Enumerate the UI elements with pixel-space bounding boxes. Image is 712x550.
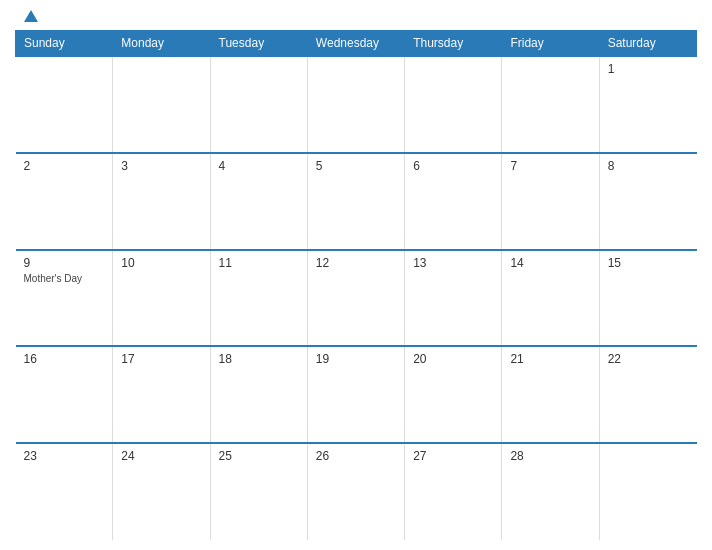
weekday-header-cell: Wednesday xyxy=(307,31,404,57)
calendar-day-cell: 8 xyxy=(599,153,696,250)
calendar-day-cell: 14 xyxy=(502,250,599,347)
day-number: 17 xyxy=(121,352,201,366)
calendar-day-cell xyxy=(405,56,502,153)
day-number: 7 xyxy=(510,159,590,173)
day-number: 20 xyxy=(413,352,493,366)
calendar-day-cell: 10 xyxy=(113,250,210,347)
calendar-day-cell: 16 xyxy=(16,346,113,443)
calendar-day-cell: 20 xyxy=(405,346,502,443)
calendar-day-cell: 26 xyxy=(307,443,404,540)
day-number: 4 xyxy=(219,159,299,173)
day-number: 24 xyxy=(121,449,201,463)
weekday-header-row: SundayMondayTuesdayWednesdayThursdayFrid… xyxy=(16,31,697,57)
weekday-header-cell: Sunday xyxy=(16,31,113,57)
calendar-wrapper: SundayMondayTuesdayWednesdayThursdayFrid… xyxy=(0,0,712,550)
calendar-header xyxy=(15,10,697,22)
calendar-week-row: 232425262728 xyxy=(16,443,697,540)
calendar-table: SundayMondayTuesdayWednesdayThursdayFrid… xyxy=(15,30,697,540)
calendar-day-cell: 15 xyxy=(599,250,696,347)
logo xyxy=(20,10,38,22)
calendar-day-cell: 19 xyxy=(307,346,404,443)
calendar-day-cell xyxy=(599,443,696,540)
calendar-day-cell xyxy=(16,56,113,153)
weekday-header-cell: Monday xyxy=(113,31,210,57)
calendar-day-cell: 25 xyxy=(210,443,307,540)
calendar-day-cell: 21 xyxy=(502,346,599,443)
day-number: 1 xyxy=(608,62,689,76)
day-number: 5 xyxy=(316,159,396,173)
calendar-day-cell xyxy=(210,56,307,153)
calendar-day-cell: 18 xyxy=(210,346,307,443)
day-number: 21 xyxy=(510,352,590,366)
day-number: 19 xyxy=(316,352,396,366)
calendar-day-cell xyxy=(307,56,404,153)
day-number: 13 xyxy=(413,256,493,270)
weekday-header-cell: Thursday xyxy=(405,31,502,57)
day-number: 2 xyxy=(24,159,105,173)
event-label: Mother's Day xyxy=(24,273,105,284)
day-number: 3 xyxy=(121,159,201,173)
calendar-day-cell: 9Mother's Day xyxy=(16,250,113,347)
day-number: 9 xyxy=(24,256,105,270)
calendar-week-row: 9Mother's Day101112131415 xyxy=(16,250,697,347)
calendar-day-cell: 27 xyxy=(405,443,502,540)
calendar-week-row: 2345678 xyxy=(16,153,697,250)
calendar-week-row: 16171819202122 xyxy=(16,346,697,443)
calendar-day-cell: 17 xyxy=(113,346,210,443)
day-number: 14 xyxy=(510,256,590,270)
calendar-day-cell: 3 xyxy=(113,153,210,250)
day-number: 27 xyxy=(413,449,493,463)
calendar-day-cell: 6 xyxy=(405,153,502,250)
day-number: 15 xyxy=(608,256,689,270)
calendar-day-cell: 22 xyxy=(599,346,696,443)
day-number: 26 xyxy=(316,449,396,463)
logo-blue-text xyxy=(20,10,38,22)
day-number: 28 xyxy=(510,449,590,463)
calendar-day-cell: 11 xyxy=(210,250,307,347)
day-number: 25 xyxy=(219,449,299,463)
calendar-day-cell: 12 xyxy=(307,250,404,347)
day-number: 8 xyxy=(608,159,689,173)
logo-triangle-icon xyxy=(24,10,38,22)
calendar-day-cell: 7 xyxy=(502,153,599,250)
calendar-day-cell: 5 xyxy=(307,153,404,250)
weekday-header-cell: Friday xyxy=(502,31,599,57)
calendar-day-cell: 4 xyxy=(210,153,307,250)
calendar-week-row: 1 xyxy=(16,56,697,153)
day-number: 16 xyxy=(24,352,105,366)
day-number: 23 xyxy=(24,449,105,463)
day-number: 10 xyxy=(121,256,201,270)
calendar-day-cell: 13 xyxy=(405,250,502,347)
calendar-day-cell: 2 xyxy=(16,153,113,250)
calendar-day-cell xyxy=(113,56,210,153)
calendar-day-cell: 24 xyxy=(113,443,210,540)
weekday-header-cell: Saturday xyxy=(599,31,696,57)
calendar-day-cell xyxy=(502,56,599,153)
weekday-header-cell: Tuesday xyxy=(210,31,307,57)
day-number: 11 xyxy=(219,256,299,270)
calendar-body: 123456789Mother's Day1011121314151617181… xyxy=(16,56,697,540)
calendar-day-cell: 28 xyxy=(502,443,599,540)
day-number: 12 xyxy=(316,256,396,270)
day-number: 6 xyxy=(413,159,493,173)
calendar-day-cell: 23 xyxy=(16,443,113,540)
day-number: 18 xyxy=(219,352,299,366)
day-number: 22 xyxy=(608,352,689,366)
calendar-day-cell: 1 xyxy=(599,56,696,153)
